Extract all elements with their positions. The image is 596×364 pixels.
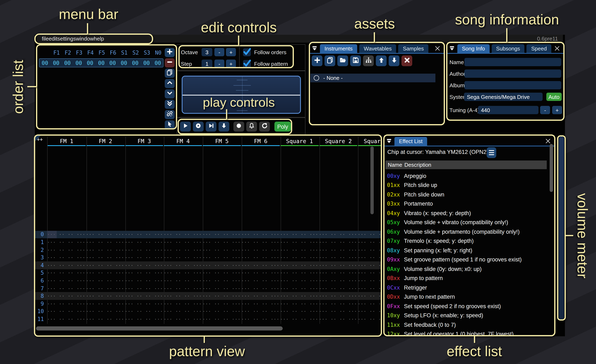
effect-list-menu-button[interactable] bbox=[487, 147, 496, 158]
pattern-cell[interactable]: ··· ·· ·· ···· bbox=[47, 240, 86, 244]
add-order-button[interactable] bbox=[165, 48, 175, 57]
pattern-cell[interactable]: ··· ·· ·· ···· bbox=[86, 294, 125, 298]
pattern-cell[interactable]: ··· ·· ·· ···· bbox=[164, 294, 203, 298]
pattern-cell[interactable]: ··· ·· ·· ···· bbox=[125, 248, 164, 252]
effect-row[interactable]: 05xy Volume slide + vibrato (compatibili… bbox=[385, 218, 554, 227]
pattern-cell[interactable]: ··· ·· ·· ···· bbox=[280, 294, 319, 298]
pattern-cell[interactable]: ··· ·· ·· ···· bbox=[319, 302, 358, 306]
pattern-cell[interactable]: ··· ·· ·· ···· bbox=[280, 240, 319, 244]
pattern-cell[interactable]: ··· ·· ·· ···· bbox=[358, 232, 381, 237]
pattern-cell[interactable]: ··· ·· ·· ···· bbox=[86, 317, 125, 321]
pattern-row[interactable]: 9 ··· ·· ·· ······· ·· ·· ······· ·· ·· … bbox=[35, 300, 381, 307]
pattern-cell[interactable]: ··· ·· ·· ···· bbox=[319, 255, 358, 260]
pattern-cell[interactable]: ··· ·· ·· ···· bbox=[319, 248, 358, 252]
effect-row[interactable]: 0Axy Volume slide (0y: down; x0: up) bbox=[385, 264, 554, 274]
pattern-cell[interactable]: ··· ·· ·· ···· bbox=[164, 240, 203, 244]
pattern-cell[interactable]: ··· ·· ·· ···· bbox=[202, 240, 241, 244]
pattern-cell[interactable]: ··· ·· ·· ···· bbox=[358, 286, 381, 291]
step-plus-button[interactable]: + bbox=[226, 59, 236, 68]
pattern-cell[interactable]: ··· ·· ·· ···· bbox=[202, 294, 241, 298]
pattern-cell[interactable]: ··· ·· ·· ···· bbox=[319, 309, 358, 314]
pattern-cell[interactable]: ··· ·· ·· ···· bbox=[125, 294, 164, 298]
pattern-cell[interactable]: ··· ·· ·· ···· bbox=[241, 248, 280, 252]
pattern-cell[interactable]: ··· ·· ·· ···· bbox=[125, 309, 164, 314]
pattern-cell[interactable]: ··· ·· ·· ···· bbox=[280, 232, 319, 237]
play-pattern-button[interactable] bbox=[193, 122, 204, 131]
pattern-row[interactable]: 8 ··· ·· ·· ······· ·· ·· ······· ·· ·· … bbox=[35, 292, 381, 300]
pattern-cell[interactable]: ··· ·· ·· ···· bbox=[86, 278, 125, 283]
save-instrument-button[interactable] bbox=[350, 55, 361, 66]
pattern-cell[interactable]: ··· ·· ·· ···· bbox=[202, 302, 241, 306]
pattern-cell[interactable]: ··· ·· ·· ···· bbox=[47, 255, 86, 260]
pattern-cell[interactable]: ··· ·· ·· ···· bbox=[280, 317, 319, 321]
order-cell[interactable]: 00 bbox=[96, 60, 107, 66]
pattern-cell[interactable]: ··· ·· ·· ···· bbox=[358, 248, 381, 252]
effect-row[interactable]: 03xx Portamento bbox=[385, 199, 554, 209]
step-minus-button[interactable]: - bbox=[214, 59, 224, 68]
channel-header[interactable]: FM 6 bbox=[241, 136, 280, 146]
instrument-list-item[interactable]: - None - bbox=[310, 74, 435, 82]
effect-row[interactable]: 0Bxx Jump to pattern bbox=[385, 274, 554, 283]
octave-plus-button[interactable]: + bbox=[226, 48, 236, 56]
pattern-cell[interactable]: ··· ·· ·· ···· bbox=[241, 263, 280, 268]
pattern-cell[interactable]: ··· ·· ·· ···· bbox=[358, 278, 381, 283]
channel-header[interactable]: FM 5 bbox=[202, 136, 241, 146]
pattern-cell[interactable]: ··· ·· ·· ···· bbox=[280, 309, 319, 314]
octave-minus-button[interactable]: - bbox=[214, 48, 224, 56]
pattern-cell[interactable]: ··· ·· ·· ···· bbox=[241, 294, 280, 298]
pattern-cell[interactable]: ··· ·· ·· ···· bbox=[241, 271, 280, 275]
menu-item[interactable]: edit bbox=[49, 36, 57, 42]
assets-tab[interactable]: Instruments bbox=[320, 44, 357, 53]
pattern-cell[interactable]: ··· ·· ·· ···· bbox=[202, 232, 241, 237]
pattern-row[interactable]: 5 ··· ·· ·· ······· ·· ·· ······· ·· ·· … bbox=[35, 269, 381, 277]
pattern-cell[interactable]: ··· ·· ·· ···· bbox=[47, 302, 86, 306]
tuning-field[interactable]: 440 bbox=[478, 106, 538, 114]
pattern-cell[interactable]: ··· ·· ·· ···· bbox=[202, 309, 241, 314]
pattern-cell[interactable]: ··· ·· ·· ···· bbox=[280, 278, 319, 283]
vertical-scrollbar[interactable] bbox=[370, 146, 374, 214]
pattern-row[interactable]: 4 ··· ·· ·· ······· ·· ·· ······· ·· ·· … bbox=[35, 262, 381, 269]
effect-row[interactable]: 09xx Set groove pattern (speed 1 if no g… bbox=[385, 255, 554, 264]
close-button[interactable] bbox=[554, 45, 560, 51]
pattern-cell[interactable]: ··· ·· ·· ···· bbox=[164, 232, 203, 237]
channel-header[interactable]: Square 1 bbox=[280, 136, 319, 146]
effect-row[interactable]: 01xx Pitch slide up bbox=[385, 181, 554, 190]
pattern-row[interactable]: 7 ··· ·· ·· ······· ·· ·· ······· ·· ·· … bbox=[35, 284, 381, 292]
song-info-tab[interactable]: Speed bbox=[527, 44, 551, 53]
pattern-cell[interactable]: ··· ·· ·· ···· bbox=[86, 302, 125, 306]
step-row-button[interactable] bbox=[206, 122, 216, 131]
pattern-cell[interactable]: ··· ·· ·· ···· bbox=[241, 232, 280, 237]
pattern-cell[interactable]: ··· ·· ·· ···· bbox=[125, 232, 164, 237]
pattern-rows[interactable]: 0 ··· ·· ·· ······· ·· ·· ······· ·· ·· … bbox=[35, 231, 381, 323]
pattern-cell[interactable]: ··· ·· ·· ···· bbox=[47, 317, 86, 321]
pattern-cell[interactable]: ··· ·· ·· ···· bbox=[164, 271, 203, 275]
move-instrument-up-button[interactable] bbox=[376, 55, 387, 66]
pattern-cell[interactable]: ··· ·· ·· ···· bbox=[319, 317, 358, 321]
pattern-cell[interactable]: ··· ·· ·· ···· bbox=[47, 278, 86, 283]
pattern-cell[interactable]: ··· ·· ·· ···· bbox=[47, 248, 86, 252]
pattern-cell[interactable]: ··· ·· ·· ···· bbox=[280, 286, 319, 291]
pattern-cell[interactable]: ··· ·· ·· ···· bbox=[202, 255, 241, 260]
pattern-cell[interactable]: ··· ·· ·· ···· bbox=[164, 248, 203, 252]
pattern-cell[interactable]: ··· ·· ·· ···· bbox=[241, 286, 280, 291]
effect-list-scrollbar[interactable] bbox=[550, 144, 553, 192]
song-info-tab[interactable]: Subsongs bbox=[492, 44, 525, 53]
pattern-cell[interactable]: ··· ·· ·· ···· bbox=[47, 263, 86, 268]
horizontal-scrollbar[interactable] bbox=[36, 326, 283, 330]
album-field[interactable] bbox=[464, 81, 561, 89]
pattern-cell[interactable]: ··· ·· ·· ···· bbox=[358, 240, 381, 244]
pattern-cell[interactable]: ··· ·· ·· ···· bbox=[358, 302, 381, 306]
pattern-cell[interactable]: ··· ·· ·· ···· bbox=[202, 263, 241, 268]
pattern-cell[interactable]: ··· ·· ·· ···· bbox=[125, 271, 164, 275]
follow-orders-checkbox[interactable] bbox=[243, 48, 251, 56]
channel-header[interactable]: Square 2 bbox=[319, 136, 358, 146]
pattern-cell[interactable]: ··· ·· ·· ···· bbox=[202, 278, 241, 283]
pattern-cell[interactable]: ··· ·· ·· ···· bbox=[202, 271, 241, 275]
pattern-row[interactable]: 0 ··· ·· ·· ······· ·· ·· ······· ·· ·· … bbox=[35, 231, 381, 238]
order-cell[interactable]: 00 bbox=[84, 60, 96, 66]
pattern-cell[interactable]: ··· ·· ·· ···· bbox=[319, 278, 358, 283]
pattern-cell[interactable]: ··· ·· ·· ···· bbox=[125, 278, 164, 283]
effect-row[interactable]: 10xy Setup LFO (x: enable; y: speed) bbox=[385, 311, 554, 320]
pattern-cell[interactable]: ··· ·· ·· ···· bbox=[125, 255, 164, 260]
menu-item[interactable]: window bbox=[76, 36, 94, 42]
